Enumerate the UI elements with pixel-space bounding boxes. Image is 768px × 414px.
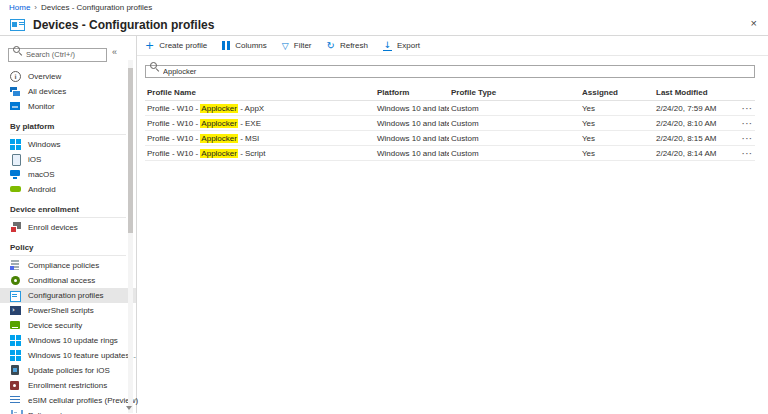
row-context-menu-button[interactable]: ··· <box>734 119 755 128</box>
feature-updates-icon <box>10 350 21 361</box>
toolbar-create-profile-button[interactable]: Create profile <box>145 41 207 51</box>
sidebar-item-windows[interactable]: Windows <box>0 137 136 152</box>
toolbar-columns-button[interactable]: Columns <box>222 41 267 50</box>
sidebar-item-label: All devices <box>28 87 66 96</box>
last-modified-cell: 2/24/20, 7:59 AM <box>654 104 734 113</box>
sidebar-item-powershell-scripts[interactable]: PowerShell scripts <box>0 303 136 318</box>
sidebar-item-windows-10-update-rings[interactable]: Windows 10 update rings <box>0 333 136 348</box>
scroll-down-arrow-icon[interactable] <box>126 406 132 410</box>
column-header-profile-type[interactable]: Profile Type <box>449 88 580 97</box>
overview-icon <box>10 71 21 82</box>
sidebar-item-android[interactable]: Android <box>0 182 136 197</box>
table-row[interactable]: Profile - W10 - Applocker - AppX Windows… <box>145 101 755 116</box>
sidebar-item-policy-sets[interactable]: Policy sets <box>0 408 136 414</box>
sidebar-item-label: Conditional access <box>28 276 95 285</box>
table-header: Profile Name Platform Profile Type Assig… <box>145 84 755 101</box>
toolbar-export-button[interactable]: Export <box>383 41 420 51</box>
profile-type-cell: Custom <box>449 119 580 128</box>
sidebar-item-label: macOS <box>28 170 55 179</box>
sidebar-section-header: Policy <box>10 239 126 256</box>
table-row[interactable]: Profile - W10 - Applocker - EXE Windows … <box>145 116 755 131</box>
windows-icon <box>10 139 21 150</box>
sidebar-section-header: By platform <box>10 118 126 135</box>
profile-filter-input[interactable] <box>145 65 755 78</box>
sidebar-item-label: iOS <box>28 155 41 164</box>
assigned-cell: Yes <box>580 119 654 128</box>
powershell-icon <box>10 305 21 316</box>
sidebar-item-device-security[interactable]: Device security <box>0 318 136 333</box>
sidebar-item-windows-10-feature-updates[interactable]: Windows 10 feature updates... <box>0 348 136 363</box>
configuration-profiles-icon <box>10 290 21 301</box>
sidebar-item-label: Windows 10 feature updates... <box>28 351 136 360</box>
platform-cell: Windows 10 and later <box>375 134 449 143</box>
plus-icon <box>145 41 154 51</box>
last-modified-cell: 2/24/20, 8:14 AM <box>654 149 734 158</box>
search-highlight: Applocker <box>200 104 238 113</box>
table-body: Profile - W10 - Applocker - AppX Windows… <box>145 101 755 161</box>
row-context-menu-button[interactable]: ··· <box>734 104 755 113</box>
title-bar: Devices - Configuration profiles × <box>0 14 768 36</box>
main-panel: Create profile Columns Filter Refresh Ex… <box>137 36 768 413</box>
sidebar-search-input[interactable] <box>8 48 107 62</box>
sidebar-item-compliance-policies[interactable]: Compliance policies <box>0 258 136 273</box>
column-header-assigned[interactable]: Assigned <box>580 88 654 97</box>
assigned-cell: Yes <box>580 149 654 158</box>
breadcrumb-current: Devices - Configuration profiles <box>41 3 152 12</box>
table-row[interactable]: Profile - W10 - Applocker - MSI Windows … <box>145 131 755 146</box>
close-icon[interactable]: × <box>751 17 757 29</box>
sidebar-item-update-policies-for-ios[interactable]: Update policies for iOS <box>0 363 136 378</box>
profile-name-cell: Profile - W10 - Applocker - AppX <box>145 104 375 113</box>
platform-cell: Windows 10 and later <box>375 149 449 158</box>
filter-row <box>137 56 768 81</box>
configuration-profiles-blade: Home › Devices - Configuration profiles … <box>0 0 768 414</box>
sidebar-item-conditional-access[interactable]: Conditional access <box>0 273 136 288</box>
toolbar: Create profile Columns Filter Refresh Ex… <box>137 36 768 56</box>
platform-cell: Windows 10 and later <box>375 119 449 128</box>
search-highlight: Applocker <box>200 134 238 143</box>
update-ios-icon <box>10 365 21 376</box>
sidebar-nav: Overview All devices Monitor By platform… <box>0 69 136 414</box>
row-context-menu-button[interactable]: ··· <box>734 134 755 143</box>
configuration-profiles-blade-icon <box>10 19 25 31</box>
sidebar-item-ios[interactable]: iOS <box>0 152 136 167</box>
profile-type-cell: Custom <box>449 104 580 113</box>
sidebar-scrollbar-thumb[interactable] <box>128 68 133 233</box>
sidebar-item-label: eSIM cellular profiles (Preview) <box>28 396 138 405</box>
column-header-platform[interactable]: Platform <box>375 88 449 97</box>
sidebar-scrollbar-track <box>128 60 133 413</box>
profile-name-cell: Profile - W10 - Applocker - MSI <box>145 134 375 143</box>
sidebar-collapse-button[interactable]: « <box>107 47 122 57</box>
sidebar-item-macos[interactable]: macOS <box>0 167 136 182</box>
sidebar-item-label: Device security <box>28 321 82 330</box>
toolbar-button-label: Export <box>397 41 420 50</box>
toolbar-button-label: Refresh <box>340 41 368 50</box>
sidebar: « Overview All devices Monitor By platfo… <box>0 36 137 413</box>
toolbar-refresh-button[interactable]: Refresh <box>327 41 368 51</box>
search-highlight: Applocker <box>200 149 238 158</box>
row-context-menu-button[interactable]: ··· <box>734 149 755 158</box>
sidebar-item-enrollment-restrictions[interactable]: Enrollment restrictions <box>0 378 136 393</box>
sidebar-item-all-devices[interactable]: All devices <box>0 84 136 99</box>
sidebar-item-label: Windows 10 update rings <box>28 336 118 345</box>
sidebar-item-overview[interactable]: Overview <box>0 69 136 84</box>
toolbar-filter-button[interactable]: Filter <box>282 41 312 51</box>
sidebar-item-enroll-devices[interactable]: Enroll devices <box>0 220 136 235</box>
sidebar-item-configuration-profiles[interactable]: Configuration profiles <box>0 288 136 303</box>
column-header-last-modified[interactable]: Last Modified <box>654 88 734 97</box>
monitor-icon <box>10 101 21 112</box>
table-row[interactable]: Profile - W10 - Applocker - Script Windo… <box>145 146 755 161</box>
refresh-icon <box>327 41 335 51</box>
toolbar-button-label: Create profile <box>159 41 207 50</box>
sidebar-item-label: Android <box>28 185 56 194</box>
breadcrumb-home-link[interactable]: Home <box>9 3 30 12</box>
sidebar-item-esim-cellular-profiles-preview[interactable]: eSIM cellular profiles (Preview) <box>0 393 136 408</box>
assigned-cell: Yes <box>580 104 654 113</box>
platform-cell: Windows 10 and later <box>375 104 449 113</box>
sidebar-section-header: Device enrollment <box>10 201 126 218</box>
sidebar-item-monitor[interactable]: Monitor <box>0 99 136 114</box>
sidebar-item-label: PowerShell scripts <box>28 306 94 315</box>
enrollment-restrictions-icon <box>10 380 21 391</box>
page-title: Devices - Configuration profiles <box>33 18 214 32</box>
column-header-profile-name[interactable]: Profile Name <box>145 88 375 97</box>
update-rings-icon <box>10 335 21 346</box>
